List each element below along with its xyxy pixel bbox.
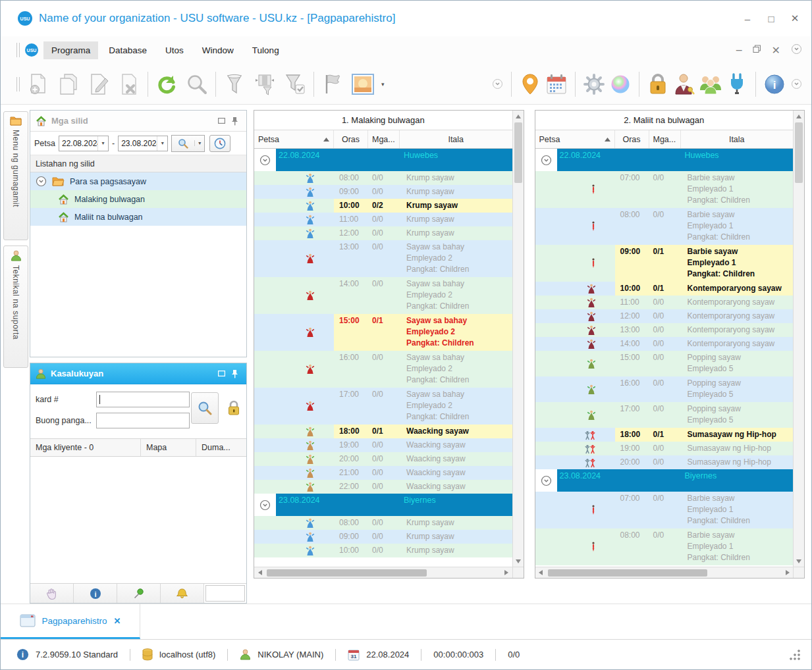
schedule-slot-row[interactable]: 08:000/0Barbie sayawEmpleyado 1Pangkat: …: [535, 528, 794, 565]
scroll-up-icon[interactable]: [794, 111, 804, 122]
scroll-down-icon[interactable]: [513, 555, 524, 567]
panel-minimize-icon[interactable]: [215, 118, 228, 124]
schedule-slot-row[interactable]: 19:000/0Waacking sayaw: [254, 438, 512, 452]
schedule-slot-row[interactable]: 10:000/2Krump sayaw: [254, 199, 512, 213]
column-itala[interactable]: Itala: [681, 130, 794, 148]
mdi-restore-icon[interactable]: [753, 44, 761, 56]
sidebar-tab-support[interactable]: Teknikal na suporta: [3, 245, 28, 368]
quick-input[interactable]: [205, 585, 245, 602]
scroll-right-icon[interactable]: [782, 570, 793, 575]
schedule-slot-row[interactable]: 11:000/0Kontemporaryong sayaw: [535, 296, 794, 309]
scroll-left-icon[interactable]: [254, 570, 265, 575]
column-petsa[interactable]: Petsa: [254, 130, 334, 148]
map-pin-icon[interactable]: [517, 70, 543, 99]
resize-grip[interactable]: [788, 648, 802, 661]
tree-item[interactable]: Maliit na bulwagan: [30, 208, 246, 226]
schedule-slot-row[interactable]: 10:000/1Kontemporaryong sayaw: [535, 282, 794, 296]
time-button[interactable]: [209, 135, 230, 152]
column-mga[interactable]: Mga...: [368, 130, 400, 148]
new-record-icon[interactable]: [25, 70, 51, 99]
schedule-slot-row[interactable]: 22:000/0Waacking sayaw: [254, 480, 512, 494]
panel-pin-icon[interactable]: [228, 116, 241, 126]
tab-pagpaparehistro[interactable]: Pagpaparehistro ✕: [1, 604, 140, 639]
expand-icon[interactable]: [36, 176, 47, 187]
date-from-select[interactable]: 22.08.2024 ▾: [59, 136, 109, 151]
chevron-down-icon[interactable]: ▾: [157, 136, 167, 151]
info-icon[interactable]: i: [761, 70, 788, 99]
pin-button[interactable]: [117, 584, 161, 603]
scroll-right-icon[interactable]: [501, 570, 512, 575]
schedule-slot-row[interactable]: 18:000/1Waacking sayaw: [254, 425, 512, 438]
column-mga[interactable]: Mga...: [649, 130, 681, 148]
column-petsa[interactable]: Petsa: [535, 130, 615, 148]
schedule-slot-row[interactable]: 07:000/0Barbie sayawEmpleyado 1Pangkat: …: [535, 171, 794, 208]
overflow-chevron-icon[interactable]: [791, 43, 802, 57]
schedule-group-row[interactable]: 22.08.2024Huwebes: [254, 149, 512, 171]
search-icon[interactable]: [184, 70, 210, 99]
vertical-scrollbar[interactable]: [793, 111, 804, 578]
schedule-slot-row[interactable]: 08:000/0Krump sayaw: [254, 516, 512, 530]
settings-gear-icon[interactable]: [581, 70, 607, 99]
menu-item-database[interactable]: Database: [101, 41, 155, 59]
minimize-icon[interactable]: –: [740, 13, 755, 24]
schedule-slot-row[interactable]: 17:000/0Popping sayawEmpleyado 5: [535, 402, 794, 428]
schedule-slot-row[interactable]: 11:000/0Krump sayaw: [254, 213, 512, 226]
schedule-slot-row[interactable]: 15:000/0Popping sayawEmpleyado 5: [535, 351, 794, 376]
calendar-icon[interactable]: [543, 70, 570, 99]
mdi-minimize-icon[interactable]: –: [736, 44, 742, 56]
horizontal-scrollbar[interactable]: [535, 567, 794, 578]
schedule-slot-row[interactable]: 08:000/0Barbie sayawEmpleyado 1Pangkat: …: [535, 208, 794, 245]
schedule-slot-row[interactable]: 07:000/0Barbie sayawEmpleyado 1Pangkat: …: [535, 492, 794, 528]
user-key-icon[interactable]: [671, 70, 697, 99]
schedule-slot-row[interactable]: 20:000/0Sumasayaw ng Hip-hop: [535, 455, 794, 469]
mdi-close-icon[interactable]: ✕: [772, 44, 780, 57]
sidebar-tab-user-menu[interactable]: Menu ng gumagamit: [3, 111, 28, 240]
schedule-slot-row[interactable]: 16:000/0Popping sayawEmpleyado 5: [535, 376, 794, 402]
vertical-scrollbar[interactable]: [512, 111, 524, 578]
schedule-group-row[interactable]: 23.08.2024Biyernes: [254, 494, 512, 516]
expand-icon[interactable]: [541, 475, 552, 486]
schedule-slot-row[interactable]: 14:000/0Sayaw sa bahayEmpleyado 2Pangkat…: [254, 277, 512, 314]
user-group-icon[interactable]: [697, 70, 724, 99]
drag-grip[interactable]: [16, 43, 20, 57]
client-search-button[interactable]: [191, 392, 219, 424]
horizontal-scrollbar[interactable]: [254, 567, 512, 578]
filter-icon[interactable]: [221, 70, 248, 99]
image-dropdown-caret-icon[interactable]: ▾: [381, 81, 385, 88]
schedule-slot-row[interactable]: 14:000/0Kontemporaryong sayaw: [535, 337, 794, 351]
schedule-slot-row[interactable]: 09:000/0Krump sayaw: [254, 185, 512, 199]
schedule-slot-row[interactable]: 09:000/0Krump sayaw: [254, 530, 512, 544]
column-duma[interactable]: Duma...: [196, 439, 246, 456]
full-name-input[interactable]: [96, 413, 190, 428]
close-icon[interactable]: ✕: [788, 13, 802, 24]
color-sphere-icon[interactable]: [607, 70, 634, 99]
search-icon[interactable]: [172, 138, 194, 149]
filter-panel-icon[interactable]: [252, 70, 278, 99]
scroll-down-icon[interactable]: [794, 555, 804, 567]
column-oras[interactable]: Oras: [615, 130, 649, 148]
expand-icon[interactable]: [259, 500, 271, 511]
menu-item-tulong[interactable]: Tulong: [244, 41, 287, 59]
schedule-slot-row[interactable]: 20:000/0Waacking sayaw: [254, 452, 512, 466]
column-map[interactable]: Mapa: [141, 439, 196, 456]
schedule-slot-row[interactable]: 09:000/1Barbie sayawEmpleyado 1Pangkat: …: [535, 245, 794, 282]
menu-item-utos[interactable]: Utos: [157, 41, 192, 59]
date-to-select[interactable]: 23.08.2024 ▾: [118, 136, 168, 151]
schedule-slot-row[interactable]: 17:000/0Sayaw sa bahayEmpleyado 2Pangkat…: [254, 388, 512, 425]
clients-table-body[interactable]: [30, 457, 246, 583]
edit-record-icon[interactable]: [86, 70, 112, 99]
scrollbar-thumb[interactable]: [548, 569, 708, 577]
search-split-button[interactable]: ▾: [171, 135, 205, 152]
schedule-slot-row[interactable]: 13:000/0Sayaw sa bahayEmpleyado 2Pangkat…: [254, 240, 512, 277]
column-clients[interactable]: Mga kliyente - 0: [30, 439, 141, 456]
expand-icon[interactable]: [541, 155, 552, 166]
toolbar-grip[interactable]: [16, 77, 20, 91]
scrollbar-thumb[interactable]: [267, 569, 427, 577]
schedule-slot-row[interactable]: 18:000/1Sumasayaw ng Hip-hop: [535, 428, 794, 442]
schedule-slot-row[interactable]: 12:000/0Kontemporaryong sayaw: [535, 309, 794, 323]
schedule-group-row[interactable]: 22.08.2024Huwebes: [535, 149, 794, 171]
schedule-slot-row[interactable]: 16:000/0Sayaw sa bahayEmpleyado 2Pangkat…: [254, 351, 512, 388]
overflow-chevron-icon[interactable]: [788, 70, 805, 99]
tree-item[interactable]: Malaking bulwagan: [30, 190, 246, 208]
scroll-up-icon[interactable]: [513, 111, 524, 122]
